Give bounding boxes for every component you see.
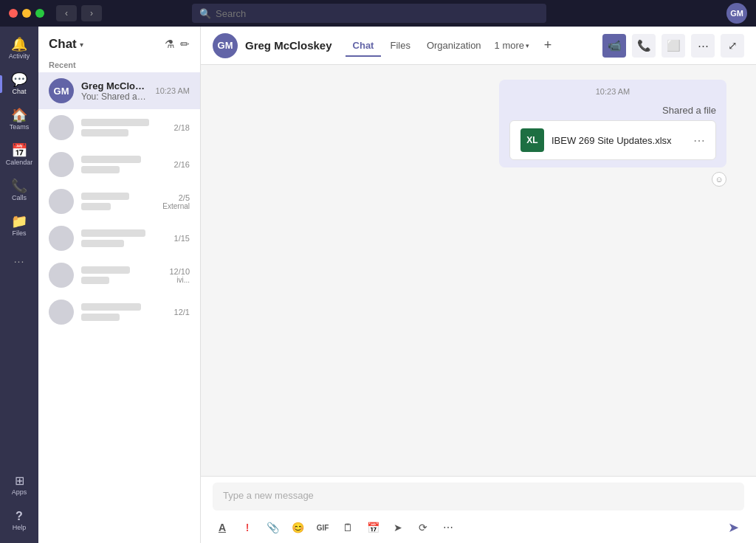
calendar-icon: 📅	[11, 144, 27, 157]
avatar-blurred-4	[49, 226, 74, 251]
minimize-button[interactable]	[22, 9, 31, 18]
chat-item-blurred-4[interactable]: 1/15	[38, 220, 200, 257]
sidebar-item-help[interactable]: ? Help	[3, 505, 35, 537]
chat-item-greg[interactable]: GM Greg McCloskey You: Shared a file 10:…	[38, 72, 200, 109]
back-button[interactable]: ‹	[56, 5, 77, 21]
chat-header: GM Greg McCloskey Chat Files Organizatio…	[201, 27, 756, 65]
meet-button[interactable]: 📅	[363, 518, 382, 537]
toolbar-more-button[interactable]: ⋯	[439, 518, 458, 537]
chat-list-header: Chat ▾ ⚗ ✏	[38, 27, 200, 58]
chat-item-blurred-2[interactable]: 2/16	[38, 146, 200, 183]
avatar-blurred-1	[49, 115, 74, 140]
sidebar-item-calls[interactable]: 📞 Calls	[3, 174, 35, 207]
chat-list-panel: Chat ▾ ⚗ ✏ Recent GM Greg McCloskey You:…	[38, 27, 201, 543]
messages-area: 10:23 AM Shared a file XL IBEW 269 Site …	[201, 65, 756, 476]
tab-organization[interactable]: Organization	[419, 35, 489, 57]
screen-share-icon: ⬜	[667, 39, 681, 52]
chat-item-blurred-5[interactable]: 12/10 ivi...	[38, 257, 200, 294]
file-more-button[interactable]: ⋯	[693, 134, 705, 148]
chat-sublabel-blurred-3: External	[162, 202, 190, 210]
delivery-icon: ➤	[394, 522, 402, 533]
format-icon: A	[219, 522, 226, 533]
excel-icon: XL	[520, 128, 544, 152]
attach-icon: 📎	[267, 522, 279, 533]
audio-call-button[interactable]: 📞	[632, 34, 656, 58]
user-avatar[interactable]: GM	[726, 3, 747, 24]
gif-button[interactable]: GIF	[313, 518, 332, 537]
popout-button[interactable]: ⤢	[721, 34, 744, 58]
more-actions-button[interactable]: ⋯	[691, 34, 715, 58]
avatar-blurred-3	[49, 189, 74, 214]
forward-button[interactable]: ›	[81, 5, 102, 21]
close-button[interactable]	[9, 9, 18, 18]
chat-time-blurred-1: 2/18	[174, 123, 190, 132]
chat-header-avatar: GM	[213, 33, 238, 58]
sidebar-item-calendar[interactable]: 📅 Calendar	[3, 139, 35, 171]
sidebar-item-files[interactable]: 📁 Files	[3, 210, 35, 242]
search-bar[interactable]: 🔍	[192, 4, 546, 23]
tab-chat[interactable]: Chat	[346, 35, 382, 57]
window-controls	[9, 9, 44, 18]
recent-label: Recent	[38, 58, 200, 72]
chat-name-greg: Greg McCloskey	[81, 80, 148, 91]
maximize-button[interactable]	[35, 9, 44, 18]
format-button[interactable]: A	[213, 518, 232, 537]
avatar-blurred-6	[49, 300, 74, 325]
chat-dropdown-icon: ▾	[80, 41, 83, 49]
chat-item-blurred-6[interactable]: 12/1	[38, 294, 200, 331]
file-card[interactable]: XL IBEW 269 Site Updates.xlsx ⋯	[509, 120, 716, 160]
message-group: 10:23 AM Shared a file XL IBEW 269 Site …	[230, 80, 726, 187]
sidebar-item-more[interactable]: ···	[3, 245, 35, 277]
chat-time-blurred-3: 2/5	[162, 193, 190, 202]
tab-files[interactable]: Files	[382, 35, 417, 57]
chat-time-blurred-6: 12/1	[174, 308, 190, 317]
chat-sublabel-blurred-5: ivi...	[169, 276, 190, 284]
search-input[interactable]	[216, 8, 539, 19]
chat-panel-title: Chat	[49, 37, 77, 52]
loop-icon: ⟳	[419, 522, 427, 533]
filter-icon[interactable]: ⚗	[165, 38, 174, 51]
help-icon: ?	[16, 511, 23, 522]
message-shared-label: Shared a file	[662, 105, 716, 116]
activity-icon: 🔔	[11, 38, 27, 51]
chat-time-blurred-2: 2/16	[174, 160, 190, 169]
chat-info-greg: Greg McCloskey You: Shared a file	[81, 80, 148, 102]
screen-share-button[interactable]: ⬜	[662, 34, 685, 58]
sidebar-item-chat[interactable]: 💬 Chat	[3, 68, 35, 100]
delivery-button[interactable]: ➤	[388, 518, 408, 537]
reaction-button[interactable]: ☺	[712, 172, 726, 187]
emoji-icon: 😊	[292, 522, 304, 533]
avatar-blurred-2	[49, 152, 74, 177]
sticker-icon: 🗒	[343, 522, 353, 533]
header-actions: 📹 📞 ⬜ ⋯ ⤢	[602, 34, 744, 58]
important-button[interactable]: !	[238, 518, 257, 537]
send-button[interactable]: ➤	[722, 516, 744, 539]
video-call-button[interactable]: 📹	[602, 34, 626, 58]
message-toolbar: A ! 📎 😊 GIF 🗒 📅	[213, 515, 744, 540]
add-tab-button[interactable]: +	[538, 36, 557, 55]
more-icon: ⋯	[698, 39, 709, 52]
chevron-down-icon: ▾	[526, 42, 529, 49]
chat-time-blurred-5: 12/10	[169, 267, 190, 276]
chat-time-greg: 10:23 AM	[156, 86, 190, 95]
attach-button[interactable]: 📎	[263, 518, 282, 537]
sticker-button[interactable]: 🗒	[338, 518, 357, 537]
compose-icon[interactable]: ✏	[180, 38, 190, 51]
message-input-area: Type a new message A ! 📎 😊 GIF	[201, 476, 756, 543]
loop-button[interactable]: ⟳	[413, 518, 433, 537]
left-nav: 🔔 Activity 💬 Chat 🏠 Teams 📅 Calendar 📞 C…	[0, 27, 38, 543]
chat-item-blurred-1[interactable]: 2/18	[38, 109, 200, 146]
tab-more[interactable]: 1 more ▾	[490, 35, 534, 55]
file-name: IBEW 269 Site Updates.xlsx	[551, 135, 686, 146]
emoji-button[interactable]: 😊	[288, 518, 307, 537]
message-bubble: 10:23 AM Shared a file XL IBEW 269 Site …	[499, 80, 726, 167]
phone-icon: 📞	[637, 39, 651, 52]
search-icon: 🔍	[199, 8, 211, 19]
chat-title-row[interactable]: Chat ▾	[49, 37, 83, 52]
chat-item-blurred-3[interactable]: 2/5 External	[38, 183, 200, 220]
message-input-box[interactable]: Type a new message	[213, 483, 744, 511]
sidebar-item-apps[interactable]: ⊞ Apps	[3, 469, 35, 502]
avatar-blurred-5	[49, 263, 74, 288]
sidebar-item-activity[interactable]: 🔔 Activity	[3, 32, 35, 65]
sidebar-item-teams[interactable]: 🏠 Teams	[3, 103, 35, 136]
